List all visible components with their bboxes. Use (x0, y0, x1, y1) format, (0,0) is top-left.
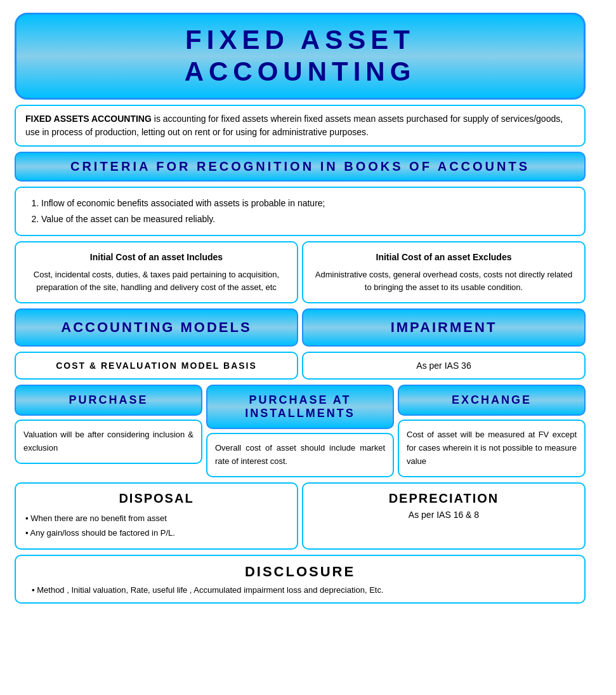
disclosure-box: DISCLOSURE Method , Initial valuation, R… (15, 555, 586, 604)
exchange-content: Cost of asset will be measured at FV exc… (398, 420, 586, 477)
includes-col: Initial Cost of an asset Includes Cost, … (15, 241, 298, 303)
title-box: FIXED ASSET ACCOUNTING (15, 13, 586, 100)
impairment-box: IMPAIRMENT (302, 308, 586, 347)
cost-model-box: COST & REVALUATION MODEL BASIS (15, 352, 298, 380)
criteria-list: Inflow of economic benefits associated w… (29, 195, 572, 227)
installments-header: PURCHASE AT INSTALLMENTS (206, 385, 394, 429)
includes-box: Initial Cost of an asset Includes Cost, … (15, 241, 298, 303)
disposal-list: When there are no benefit from asset Any… (25, 511, 287, 541)
installments-col: PURCHASE AT INSTALLMENTS Overall cost of… (206, 385, 394, 477)
exchange-header: EXCHANGE (398, 385, 586, 416)
list-item: Value of the asset can be measured relia… (41, 211, 572, 227)
intro-text: FIXED ASSETS ACCOUNTING is accounting fo… (25, 114, 563, 137)
depreciation-box: DEPRECIATION As per IAS 16 & 8 (302, 482, 586, 550)
intro-box: FIXED ASSETS ACCOUNTING is accounting fo… (15, 105, 586, 147)
purchase-content: Valuation will be after considering incl… (15, 420, 202, 464)
exchange-col: EXCHANGE Cost of asset will be measured … (398, 385, 586, 477)
disposal-depreciation-row: DISPOSAL When there are no benefit from … (15, 482, 586, 550)
list-item: Method , Initial valuation, Rate, useful… (32, 585, 575, 595)
purchase-headers-row: PURCHASE Valuation will be after conside… (15, 385, 586, 477)
list-item: Inflow of economic benefits associated w… (41, 195, 572, 211)
includes-excludes-row: Initial Cost of an asset Includes Cost, … (15, 241, 586, 303)
criteria-header: CRITERIA FOR RECOGNITION IN BOOKS OF ACC… (15, 152, 586, 182)
model-impairment-row: ACCOUNTING MODELS IMPAIRMENT (15, 308, 586, 347)
excludes-col: Initial Cost of an asset Excludes Admini… (302, 241, 586, 303)
ias36-box: As per IAS 36 (302, 352, 586, 380)
excludes-box: Initial Cost of an asset Excludes Admini… (302, 241, 586, 303)
purchase-header: PURCHASE (15, 385, 202, 416)
main-title: FIXED ASSET ACCOUNTING (23, 24, 577, 88)
list-item: When there are no benefit from asset (25, 511, 287, 526)
purchase-col: PURCHASE Valuation will be after conside… (15, 385, 202, 477)
disposal-box: DISPOSAL When there are no benefit from … (15, 482, 298, 550)
disclosure-list: Method , Initial valuation, Rate, useful… (25, 585, 575, 595)
installments-content: Overall cost of asset should include mar… (206, 433, 394, 477)
watermark: eFinanceManagement.com (613, 0, 616, 621)
cost-ias-row: COST & REVALUATION MODEL BASIS As per IA… (15, 352, 586, 380)
accounting-models-box: ACCOUNTING MODELS (15, 308, 298, 347)
criteria-list-box: Inflow of economic benefits associated w… (15, 187, 586, 236)
list-item: Any gain/loss should be factored in P/L. (25, 526, 287, 540)
